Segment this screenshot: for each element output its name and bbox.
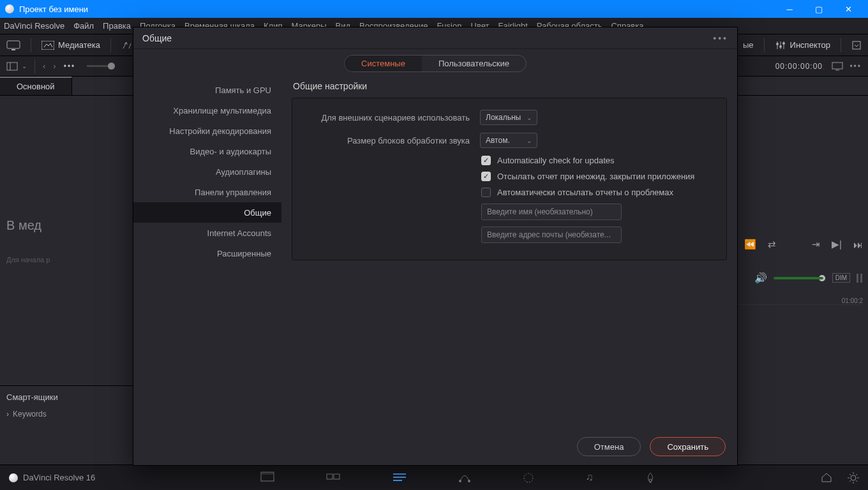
app-logo-icon bbox=[9, 473, 18, 482]
layout-icon[interactable]: ⌄ bbox=[6, 62, 27, 71]
input-email[interactable]: Введите адрес почты (необязате... bbox=[481, 226, 622, 243]
window-close-button[interactable]: ✕ bbox=[834, 0, 863, 18]
app-logo-icon bbox=[5, 4, 14, 13]
page-color-icon[interactable] bbox=[522, 471, 535, 484]
svg-rect-0 bbox=[7, 41, 20, 48]
svg-rect-19 bbox=[334, 474, 340, 479]
dialog-menu-icon[interactable]: ••• bbox=[713, 33, 728, 43]
general-settings-panel: Для внешних сценариев использовать Локал… bbox=[292, 98, 727, 260]
select-audio-block[interactable]: Автом. ⌄ bbox=[480, 133, 537, 148]
sidebar-item-memory[interactable]: Память и GPU bbox=[133, 80, 281, 100]
menu-item[interactable]: Правка bbox=[103, 21, 131, 31]
svg-rect-17 bbox=[261, 472, 274, 475]
effects-icon[interactable] bbox=[121, 40, 133, 50]
loop-icon[interactable]: ⇄ bbox=[768, 239, 776, 250]
timeline-ruler[interactable]: 01:00:2 bbox=[735, 291, 863, 305]
prev-clip-icon[interactable]: ⏪ bbox=[744, 239, 756, 250]
ruler-end-label: 01:00:2 bbox=[842, 297, 863, 304]
expand-icon[interactable] bbox=[851, 40, 862, 50]
tab-system[interactable]: Системные bbox=[345, 56, 422, 71]
label-auto-updates: Automatically check for updates bbox=[497, 156, 615, 165]
sidebar-item-audio-plugins[interactable]: Аудиоплагины bbox=[133, 161, 281, 182]
more-icon[interactable]: ••• bbox=[64, 62, 76, 71]
select-external-scripting[interactable]: Локальны ⌄ bbox=[480, 110, 537, 125]
home-icon[interactable] bbox=[821, 472, 832, 484]
dialog-footer: Отмена Сохранить bbox=[133, 428, 737, 465]
window-title: Проект без имени bbox=[19, 4, 88, 14]
sidebar-item-media-storage[interactable]: Хранилище мультимедиа bbox=[133, 100, 281, 121]
dialog-header: Общие ••• bbox=[133, 27, 737, 49]
gear-icon[interactable] bbox=[848, 472, 859, 484]
svg-point-23 bbox=[459, 480, 461, 482]
dialog-title: Общие bbox=[142, 33, 172, 43]
separator bbox=[110, 38, 111, 52]
sidebar-item-general[interactable]: Общие bbox=[133, 202, 281, 223]
smart-bins-panel: Смарт-ящики › Keywords bbox=[0, 385, 134, 443]
checkbox-crash-report[interactable] bbox=[481, 172, 491, 181]
media-empty-state: В мед Для начала р bbox=[0, 96, 134, 385]
next-clip-mark-icon[interactable]: ⇥ bbox=[812, 239, 820, 250]
truncated-label: ые bbox=[743, 40, 754, 50]
label-audio-block: Размер блоков обработки звука bbox=[305, 136, 470, 145]
window-maximize-button[interactable]: ▢ bbox=[804, 0, 834, 18]
svg-rect-15 bbox=[860, 274, 862, 283]
sidebar-item-control-panels[interactable]: Панели управления bbox=[133, 182, 281, 202]
volume-row: 🔊 DIM bbox=[754, 272, 863, 284]
nav-prev-icon[interactable]: ‹ bbox=[43, 61, 45, 71]
window-minimize-button[interactable]: ─ bbox=[775, 0, 804, 18]
sidebar-item-advanced[interactable]: Расширенные bbox=[133, 243, 281, 264]
display-icon[interactable] bbox=[6, 40, 20, 50]
checkbox-auto-updates[interactable] bbox=[481, 156, 491, 165]
media-pool-button[interactable]: Медиатека bbox=[41, 40, 100, 50]
keywords-label: Keywords bbox=[13, 410, 47, 419]
monitor-icon[interactable] bbox=[832, 62, 843, 71]
cancel-button[interactable]: Отмена bbox=[577, 437, 641, 456]
page-deliver-icon[interactable] bbox=[645, 471, 656, 484]
dialog-content: Общие настройки Для внешних сценариев ис… bbox=[281, 77, 737, 428]
svg-rect-1 bbox=[11, 49, 15, 50]
overflow-icon[interactable]: ••• bbox=[849, 62, 862, 71]
page-fusion-icon[interactable] bbox=[458, 471, 471, 484]
tab-user[interactable]: Пользовательские bbox=[422, 56, 526, 71]
zoom-slider[interactable] bbox=[87, 65, 115, 67]
timecode-display[interactable]: 00:00:00:00; bbox=[775, 62, 826, 71]
page-cut-icon[interactable] bbox=[326, 471, 341, 484]
meter-icon[interactable] bbox=[857, 272, 863, 284]
label-crash-report: Отсылать отчет при неожид. закрытии прил… bbox=[497, 172, 694, 181]
svg-line-32 bbox=[849, 474, 851, 475]
svg-point-6 bbox=[779, 45, 782, 48]
volume-slider[interactable] bbox=[774, 277, 826, 279]
empty-state-title: В мед bbox=[6, 218, 41, 233]
next-clip-icon[interactable]: ▶| bbox=[832, 239, 842, 250]
last-frame-icon[interactable]: ⏭ bbox=[853, 239, 863, 250]
svg-point-8 bbox=[782, 42, 785, 45]
transport-controls: ⏮ ⏪ ⇄ ⇥ ▶| ⏭ bbox=[723, 239, 863, 250]
page-edit-icon[interactable] bbox=[392, 471, 407, 484]
input-name[interactable]: Введите имя (необязательно) bbox=[481, 204, 622, 220]
speaker-icon[interactable]: 🔊 bbox=[754, 272, 767, 284]
page-media-icon[interactable] bbox=[260, 471, 274, 484]
page-switcher: DaVinci Resolve 16 ♫ bbox=[0, 464, 868, 490]
label-external-scripting: Для внешних сценариев использовать bbox=[305, 113, 470, 122]
mixer-icon[interactable]: Инспектор bbox=[775, 40, 830, 50]
page-fairlight-icon[interactable]: ♫ bbox=[586, 471, 594, 484]
sidebar-item-av-io[interactable]: Видео- и аудиокарты bbox=[133, 141, 281, 161]
save-button[interactable]: Сохранить bbox=[650, 437, 726, 456]
nav-next-icon[interactable]: › bbox=[53, 61, 56, 71]
keywords-row[interactable]: › Keywords bbox=[6, 410, 128, 419]
sidebar-item-internet[interactable]: Internet Accounts bbox=[133, 223, 281, 243]
checkbox-auto-send[interactable] bbox=[481, 188, 491, 197]
menu-item[interactable]: DaVinci Resolve bbox=[4, 21, 64, 31]
empty-state-subtitle: Для начала р bbox=[6, 256, 50, 264]
sidebar-item-decode[interactable]: Настройки декодирования bbox=[133, 121, 281, 141]
separator bbox=[841, 38, 841, 52]
svg-rect-12 bbox=[832, 63, 842, 69]
chevron-right-icon: › bbox=[6, 410, 9, 419]
dim-button[interactable]: DIM bbox=[832, 273, 850, 283]
svg-rect-18 bbox=[327, 474, 333, 479]
tab-main[interactable]: Основной bbox=[0, 77, 72, 95]
left-panel: В мед Для начала р Смарт-ящики › Keyword… bbox=[0, 96, 134, 443]
chevron-down-icon: ⌄ bbox=[22, 63, 27, 70]
menu-item[interactable]: Файл bbox=[73, 21, 94, 31]
app-name-label: DaVinci Resolve 16 bbox=[23, 473, 95, 482]
